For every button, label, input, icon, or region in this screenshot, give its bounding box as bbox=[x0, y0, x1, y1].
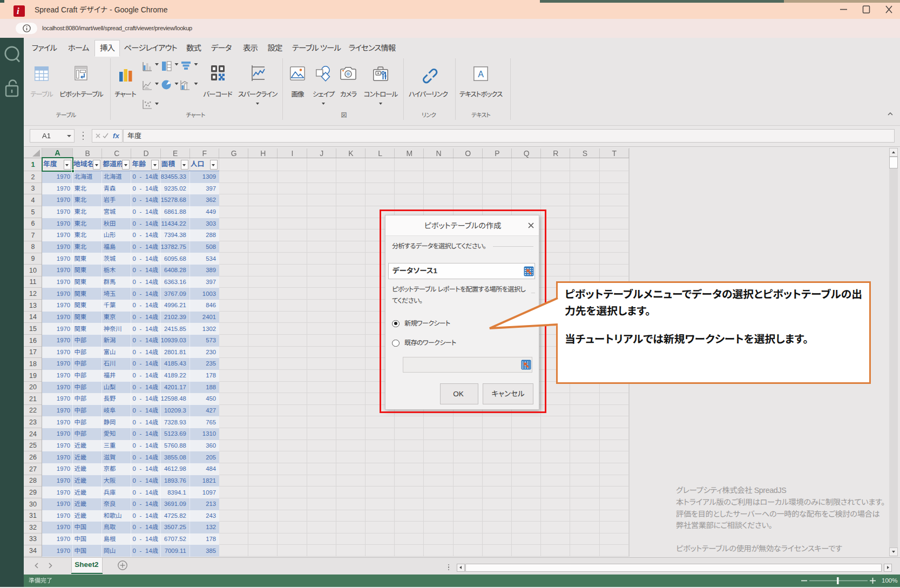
svg-text:A: A bbox=[478, 70, 484, 79]
